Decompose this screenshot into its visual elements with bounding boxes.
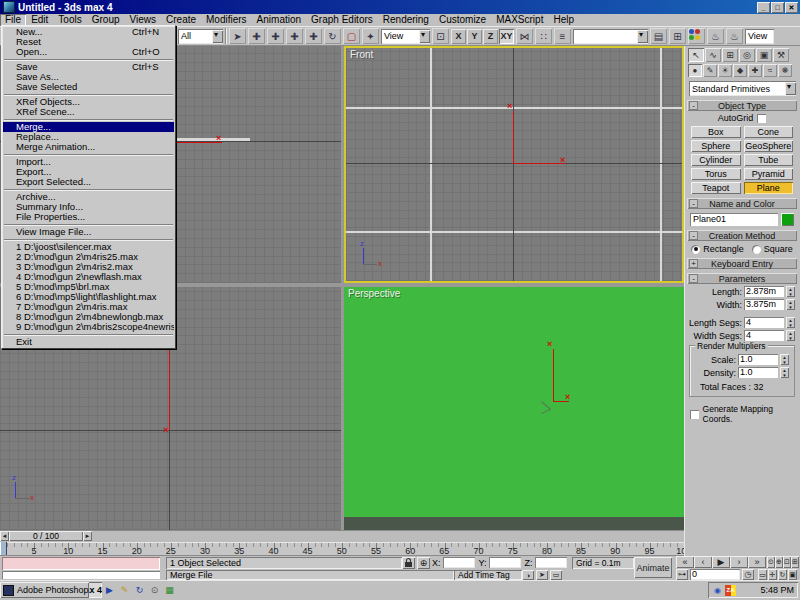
play-button[interactable]: ▶ (712, 556, 730, 568)
zonealarm-tray-icon[interactable]: ZA (725, 585, 736, 596)
file-menu-item[interactable]: 4 D:\mod\gun 2\newflash.max (3, 272, 174, 282)
file-menu-item[interactable]: Export... (3, 167, 174, 177)
category-lights[interactable]: ☀ (718, 64, 732, 77)
file-menu-item[interactable]: 6 D:\mod\mp5\light\flashlight.max (3, 292, 174, 302)
primitive-button[interactable]: Cylinder (691, 154, 741, 166)
crossing-selection-icon[interactable]: ➤ (536, 570, 548, 580)
coordinate-field[interactable] (535, 557, 567, 568)
render-scene-icon[interactable]: ♨ (707, 28, 724, 44)
parameter-field[interactable]: 4 (744, 330, 784, 341)
axis-constraint-button[interactable]: Y (467, 29, 482, 44)
file-menu-item[interactable]: 3 D:\mod\gun 2\m4ris2.max (3, 262, 174, 272)
min-max-toggle-icon[interactable]: ▣ (788, 569, 797, 580)
menu-item[interactable]: Help (548, 14, 579, 26)
creation-method-radio[interactable]: Square (752, 244, 793, 254)
object-color-swatch[interactable] (781, 213, 794, 226)
taskbar-task-button[interactable]: Adobe Photoshop (0, 582, 89, 598)
time-slider-thumb[interactable]: 0 / 100 (9, 531, 83, 541)
select-and-scale-icon[interactable]: ▢ (343, 28, 360, 44)
viewport-perspective[interactable]: Perspective (344, 287, 684, 530)
angle-snap-icon[interactable]: ✚ (286, 28, 303, 44)
file-menu-item[interactable]: Reset (3, 37, 174, 47)
spinner[interactable] (786, 299, 795, 310)
chevron-down-icon[interactable] (212, 30, 223, 43)
tab-modify[interactable]: ∿ (705, 48, 721, 62)
rollout-name-and-color[interactable]: -Name and Color (687, 198, 797, 209)
use-pivot-point-center-icon[interactable]: ⊡ (432, 28, 449, 44)
minimize-button[interactable]: _ (757, 2, 770, 13)
animate-button[interactable]: Animate (634, 557, 672, 578)
select-object-icon[interactable]: ➤ (229, 28, 246, 44)
file-menu-item[interactable]: 9 D:\mod\gun 2\m4bris2scope4newris.max (3, 322, 174, 332)
named-selection-sets-dropdown[interactable] (573, 29, 648, 44)
menu-item[interactable]: Rendering (378, 14, 434, 26)
current-frame-field[interactable]: 0 (690, 569, 740, 580)
tab-motion[interactable]: ◎ (739, 48, 755, 62)
file-menu-item[interactable]: Replace... (3, 132, 174, 142)
rollout-creation-method[interactable]: -Creation Method (687, 230, 797, 241)
spinner[interactable] (786, 317, 795, 328)
media-player-icon[interactable]: ▶ (103, 583, 116, 597)
axis-constraint-button[interactable]: Z (483, 29, 498, 44)
select-and-move-icon[interactable]: ✚ (248, 28, 265, 44)
file-menu-item[interactable]: 8 D:\mod\gun 2\m4bnewlongb.max (3, 312, 174, 322)
add-time-tag[interactable]: Add Time Tag (454, 570, 522, 580)
rollout-object-type[interactable]: -Object Type (687, 100, 797, 111)
track-view-icon[interactable]: ▤ (650, 28, 667, 44)
axis-constraint-button[interactable]: X (451, 29, 466, 44)
align-icon[interactable]: ≡ (554, 28, 571, 44)
percent-snap-icon[interactable]: ✚ (305, 28, 322, 44)
time-slider-prev-button[interactable]: ◄ (0, 531, 9, 541)
trackbar-position-marker[interactable] (0, 542, 7, 555)
primitive-button[interactable]: Teapot (691, 182, 741, 194)
axis-constraint-button[interactable]: XY (499, 29, 514, 44)
parameter-field[interactable]: 2.878m (744, 286, 784, 297)
schematic-view-icon[interactable]: ⊞ (669, 28, 686, 44)
generate-mapping-checkbox[interactable] (690, 410, 699, 419)
parameter-field[interactable]: 1.0 (738, 354, 778, 365)
winamp-icon[interactable]: ✎ (118, 583, 131, 597)
menu-item[interactable]: Modifiers (201, 14, 252, 26)
zoom-all-icon[interactable]: ⊕ (775, 556, 783, 568)
primitives-dropdown[interactable]: Standard Primitives (689, 81, 796, 96)
tab-display[interactable]: ▣ (756, 48, 772, 62)
time-slider[interactable]: ◄ 0 / 100 ► (0, 530, 684, 542)
category-shapes[interactable]: ✎ (703, 64, 717, 77)
chevron-down-icon[interactable] (637, 30, 648, 43)
selection-filter-dropdown[interactable]: All (178, 29, 223, 44)
parameter-field[interactable]: 1.0 (738, 367, 778, 378)
spinner[interactable] (786, 286, 795, 297)
render-type-dropdown[interactable]: View (745, 29, 774, 44)
menu-item[interactable]: Customize (434, 14, 491, 26)
absolute-offset-toggle[interactable]: ⊕ (417, 557, 430, 569)
selection-lock-button[interactable] (402, 557, 415, 569)
file-menu-item[interactable]: File Properties... (3, 212, 174, 222)
tab-hierarchy[interactable]: ⊞ (722, 48, 738, 62)
file-menu-item[interactable]: XRef Scene... (3, 107, 174, 117)
network-tray-icon[interactable]: ◉ (712, 585, 723, 596)
mirror-icon[interactable]: ⋈ (516, 28, 533, 44)
select-and-manipulate-icon[interactable]: ✦ (362, 28, 379, 44)
go-to-end-button[interactable]: » (748, 556, 766, 568)
file-menu-item[interactable]: 2 D:\mod\gun 2\m4ris25.max (3, 252, 174, 262)
snap-toggle-icon[interactable]: ✚ (267, 28, 284, 44)
file-menu-item[interactable]: 1 D:\joost\silencer.max (3, 242, 174, 252)
tab-utilities[interactable]: ⚒ (773, 48, 789, 62)
viewport-label[interactable]: Perspective (348, 288, 400, 299)
file-menu-item[interactable]: Merge... (3, 122, 174, 132)
macro-recorder-field[interactable] (2, 557, 160, 570)
time-slider-next-button[interactable]: ► (83, 531, 92, 541)
primitive-button[interactable]: Plane (744, 182, 794, 194)
material-editor-icon[interactable] (688, 28, 705, 44)
file-menu-item[interactable]: Export Selected... (3, 177, 174, 187)
spinner[interactable] (786, 330, 795, 341)
file-menu-item[interactable]: Open...Ctrl+O (3, 47, 174, 57)
file-menu-item[interactable]: View Image File... (3, 227, 174, 237)
region-zoom-icon[interactable]: ▭ (758, 569, 767, 580)
file-menu-item[interactable]: Summary Info... (3, 202, 174, 212)
window-selection-icon[interactable]: ▭ (550, 570, 562, 580)
primitive-button[interactable]: Box (691, 126, 741, 138)
close-button[interactable]: ✕ (785, 2, 798, 13)
spinner[interactable] (780, 354, 789, 365)
key-mode-button[interactable]: ⊶ (676, 569, 688, 580)
